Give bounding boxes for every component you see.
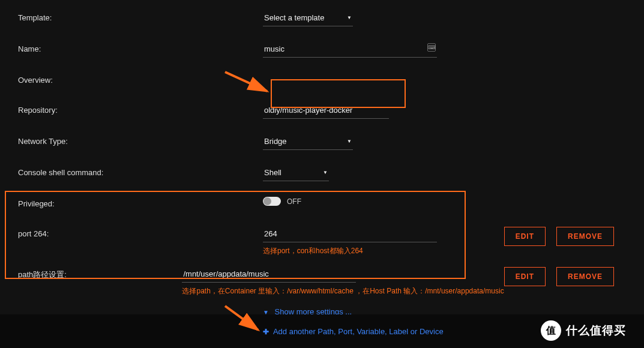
template-label: Template: bbox=[18, 11, 263, 22]
overview-label: Overview: bbox=[18, 73, 263, 85]
docker-config-form: Template: Select a template ▼ Name: musi… bbox=[0, 0, 644, 296]
overview-row: Overview: bbox=[18, 73, 626, 88]
console-shell-select[interactable]: Shell ▼ bbox=[263, 166, 329, 181]
repository-row: Repository: oldiy/music-player-docker bbox=[18, 103, 626, 119]
template-select[interactable]: Select a template ▼ bbox=[263, 11, 353, 26]
keyboard-icon: ⌨ bbox=[427, 43, 436, 52]
privileged-toggle[interactable]: OFF bbox=[263, 197, 301, 206]
path-label: path路径设置: bbox=[18, 267, 182, 280]
name-input[interactable]: music bbox=[263, 42, 437, 58]
port-mapping-row: port 264: 264 选择port，con和host都输入264 EDIT… bbox=[18, 227, 626, 256]
badge-text: 什么值得买 bbox=[566, 323, 626, 338]
repository-label: Repository: bbox=[18, 103, 263, 115]
privileged-value: OFF bbox=[287, 197, 301, 206]
path-hint: 选择path，在Container 里输入：/var/www/html/cach… bbox=[182, 286, 504, 296]
toggle-knob bbox=[263, 197, 271, 205]
path-actions: EDIT REMOVE bbox=[504, 267, 626, 286]
network-type-select[interactable]: Bridge ▼ bbox=[263, 134, 353, 150]
network-type-value: Bridge bbox=[264, 137, 287, 146]
privileged-label: Privileged: bbox=[18, 197, 263, 208]
network-type-label: Network Type: bbox=[18, 134, 263, 146]
console-shell-label: Console shell command: bbox=[18, 166, 263, 177]
port-actions: EDIT REMOVE bbox=[504, 227, 626, 246]
edit-button[interactable]: EDIT bbox=[504, 227, 546, 246]
template-value: Select a template bbox=[264, 13, 324, 22]
console-shell-value: Shell bbox=[264, 168, 281, 177]
caret-icon: ▼ bbox=[347, 15, 352, 20]
path-input[interactable]: /mnt/user/appdata/music bbox=[182, 267, 356, 283]
name-label: Name: bbox=[18, 42, 263, 53]
port-input[interactable]: 264 bbox=[263, 227, 437, 242]
edit-button[interactable]: EDIT bbox=[504, 267, 546, 286]
plus-icon: ✚ bbox=[263, 328, 269, 336]
privileged-row: Privileged: OFF bbox=[18, 197, 626, 211]
network-type-row: Network Type: Bridge ▼ bbox=[18, 134, 626, 150]
path-mapping-row: path路径设置: /mnt/user/appdata/music 选择path… bbox=[18, 267, 626, 296]
remove-button[interactable]: REMOVE bbox=[556, 267, 614, 286]
template-row: Template: Select a template ▼ bbox=[18, 11, 626, 26]
caret-icon: ▼ bbox=[347, 139, 352, 144]
badge-icon: 值 bbox=[541, 320, 561, 341]
add-another-label: Add another Path, Port, Variable, Label … bbox=[273, 327, 444, 336]
remove-button[interactable]: REMOVE bbox=[556, 227, 614, 246]
add-another-link[interactable]: ✚ Add another Path, Port, Variable, Labe… bbox=[263, 327, 444, 336]
port-hint: 选择port，con和host都输入264 bbox=[263, 246, 437, 256]
repository-input[interactable]: oldiy/music-player-docker bbox=[263, 103, 389, 119]
caret-icon: ▼ bbox=[323, 170, 328, 175]
toggle-track bbox=[263, 197, 281, 206]
port-label: port 264: bbox=[18, 227, 263, 238]
name-row: Name: music ⌨ bbox=[18, 42, 626, 58]
console-shell-row: Console shell command: Shell ▼ bbox=[18, 166, 626, 181]
smzdm-badge: 值 什么值得买 bbox=[541, 320, 626, 341]
